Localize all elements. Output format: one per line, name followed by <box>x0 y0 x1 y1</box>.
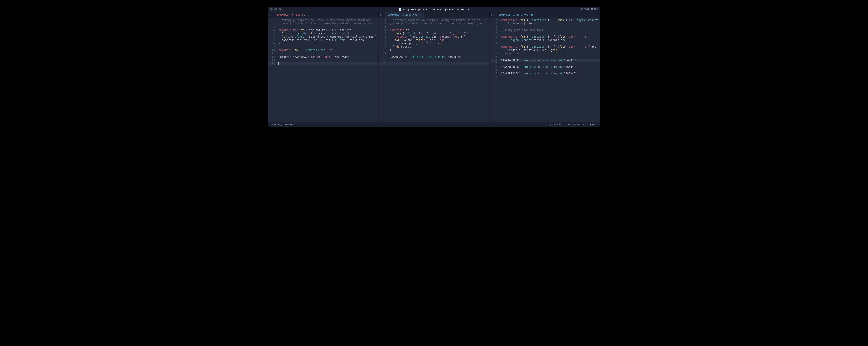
window-controls <box>270 8 282 11</box>
titlebar: 📄 compress_jm_iter.rye — compression-puz… <box>268 7 600 12</box>
syntax-mode[interactable]: Rebol <box>590 123 597 126</box>
pane2: 1234567891011121314 ; strongly inspired … <box>379 18 491 122</box>
editor-panes: 1234567891011121314 ; strongly inspired … <box>268 18 600 122</box>
close-window-button[interactable] <box>270 8 273 11</box>
tab-prev-icon[interactable]: ◀ <box>379 13 382 16</box>
cursor-position-text: Line 14, Column 1 <box>271 123 296 126</box>
pane2-gutter: 1234567891011121314 <box>379 18 389 122</box>
pane3-code[interactable]: compress-a: fn1 { .partition { , } |map … <box>500 18 600 122</box>
title-text: compress_jm_iter.rye — compression-puzzl… <box>403 8 469 11</box>
tab-label: compress_js_hofs.rye <box>498 13 528 16</box>
tab-overflow-icon[interactable]: ⋮ <box>372 13 378 17</box>
tab-label: compress_jm_iter.rye <box>388 13 417 16</box>
pane2-tabstrip: ◀ ▶ compress_jm_iter.rye × ⋮ <box>379 12 490 18</box>
pane3-tabstrip: ◀ ▶ compress_js_hofs.rye ⋮ <box>490 12 600 18</box>
modified-dot-icon <box>531 14 533 16</box>
branch-name: master <box>553 123 561 126</box>
tab-next-icon[interactable]: ▶ <box>493 13 496 16</box>
maximize-window-button[interactable] <box>279 8 282 11</box>
tab-label: compress_jm_rec.rye <box>277 13 305 16</box>
tab-overflow-icon[interactable]: ⋮ <box>483 13 489 17</box>
tab-compress-js-hofs[interactable]: compress_js_hofs.rye <box>496 12 535 18</box>
window-title: 📄 compress_jm_iter.rye — compression-puz… <box>399 8 469 11</box>
pane1-gutter: 1234567891011121314 <box>268 18 277 122</box>
registration-status: UNREGISTERED <box>581 8 598 11</box>
tab-close-icon[interactable]: × <box>420 13 422 16</box>
pane1: 1234567891011121314 ; strongly inspired … <box>268 18 379 122</box>
pane3: 12345678910111213141516 compress-a: fn1 … <box>490 18 600 122</box>
tab-close-icon[interactable]: × <box>308 13 309 16</box>
file-icon: 📄 <box>399 8 402 11</box>
tab-compress-jm-rec[interactable]: compress_jm_rec.rye × <box>274 12 312 18</box>
tab-size[interactable]: Tab Size: 2 <box>568 123 584 126</box>
tab-next-icon[interactable]: ▶ <box>271 13 274 16</box>
tab-overflow-icon[interactable]: ⋮ <box>593 13 600 17</box>
pane1-code[interactable]: ; strongly inspired by Brodul's recursiv… <box>277 18 378 122</box>
pane3-gutter: 12345678910111213141516 <box>490 18 500 122</box>
tab-row: ◀ ▶ compress_jm_rec.rye × ⋮ ◀ ▶ compress… <box>268 12 600 18</box>
tab-prev-icon[interactable]: ◀ <box>490 13 493 16</box>
tab-compress-jm-iter[interactable]: compress_jm_iter.rye × <box>385 12 424 18</box>
editor-window: 📄 compress_jm_iter.rye — compression-puz… <box>268 7 600 127</box>
branch-icon: ᛋ <box>550 123 551 126</box>
minimize-window-button[interactable] <box>275 8 277 11</box>
statusbar: Line 14, Column 1 ᛋ master Tab Size: 2 R… <box>268 122 600 127</box>
tab-prev-icon[interactable]: ◀ <box>268 13 271 16</box>
tab-next-icon[interactable]: ▶ <box>382 13 385 16</box>
pane2-code[interactable]: ; strongly inspired by Mitja's Golang it… <box>389 18 489 122</box>
git-branch[interactable]: ᛋ master <box>550 123 561 126</box>
pane1-tabstrip: ◀ ▶ compress_jm_rec.rye × ⋮ <box>268 12 379 18</box>
cursor-position[interactable]: Line 14, Column 1 <box>271 123 296 126</box>
